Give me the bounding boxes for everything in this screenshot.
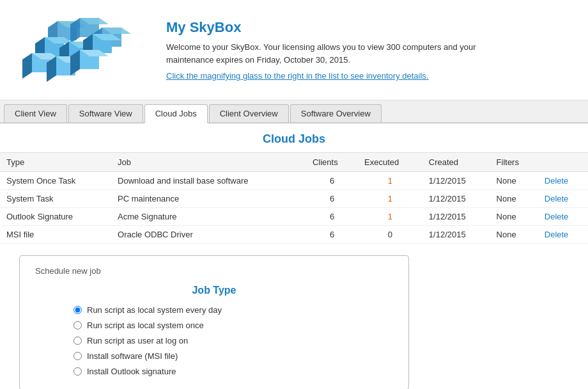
col-clients: Clients bbox=[306, 153, 358, 172]
logo-image bbox=[19, 12, 147, 88]
cell-filters: None bbox=[490, 208, 538, 226]
radio-option[interactable]: Run script as local system every day bbox=[74, 305, 393, 315]
radio-input[interactable] bbox=[74, 337, 82, 345]
radio-input[interactable] bbox=[74, 306, 82, 314]
radio-input[interactable] bbox=[74, 321, 82, 329]
cell-executed: 1 bbox=[358, 172, 422, 190]
page-title: Cloud Jobs bbox=[0, 123, 588, 152]
col-actions bbox=[538, 153, 588, 172]
header: My SkyBox Welcome to your SkyBox. Your l… bbox=[0, 0, 588, 100]
tab-client-view[interactable]: Client View bbox=[4, 104, 67, 122]
job-type-title: Job Type bbox=[35, 285, 393, 296]
cell-clients: 6 bbox=[306, 208, 358, 226]
cell-type: System Once Task bbox=[0, 172, 111, 190]
delete-button[interactable]: Delete bbox=[545, 230, 569, 239]
tab-client-overview[interactable]: Client Overview bbox=[209, 104, 289, 122]
col-executed: Executed bbox=[358, 153, 422, 172]
tabs-bar: Client View Software View Cloud Jobs Cli… bbox=[0, 100, 588, 123]
table-row: System Task PC maintenance 6 1 1/12/2015… bbox=[0, 190, 588, 208]
cell-job: Oracle ODBC Driver bbox=[111, 226, 306, 244]
cell-filters: None bbox=[490, 190, 538, 208]
cell-type: System Task bbox=[0, 190, 111, 208]
tab-software-view[interactable]: Software View bbox=[68, 104, 143, 122]
cell-delete[interactable]: Delete bbox=[538, 172, 588, 190]
cell-type: Outlook Signature bbox=[0, 208, 111, 226]
cell-clients: 6 bbox=[306, 172, 358, 190]
radio-option[interactable]: Install software (MSI file) bbox=[74, 351, 393, 361]
tab-software-overview[interactable]: Software Overview bbox=[290, 104, 382, 122]
cell-clients: 6 bbox=[306, 190, 358, 208]
cell-executed: 1 bbox=[358, 190, 422, 208]
svg-marker-19 bbox=[22, 53, 32, 79]
radio-label: Run script as local system once bbox=[87, 321, 204, 330]
tab-cloud-jobs[interactable]: Cloud Jobs bbox=[144, 104, 208, 123]
cell-clients: 6 bbox=[306, 226, 358, 244]
cell-job: Acme Signature bbox=[111, 208, 306, 226]
radio-label: Run script as user at log on bbox=[87, 336, 188, 345]
delete-button[interactable]: Delete bbox=[545, 176, 569, 186]
col-filters: Filters bbox=[490, 153, 538, 172]
col-created: Created bbox=[422, 153, 490, 172]
cell-job: Download and install base software bbox=[111, 172, 306, 190]
header-description: Welcome to your SkyBox. Your licensing a… bbox=[166, 41, 486, 66]
col-job: Job bbox=[111, 153, 306, 172]
cell-created: 1/12/2015 bbox=[422, 172, 490, 190]
radio-label: Install software (MSI file) bbox=[87, 351, 178, 361]
header-text-block: My SkyBox Welcome to your SkyBox. Your l… bbox=[147, 19, 486, 81]
delete-button[interactable]: Delete bbox=[545, 194, 569, 203]
radio-label: Install Outlook signature bbox=[87, 367, 176, 376]
radio-option[interactable]: Run script as user at log on bbox=[74, 336, 393, 345]
cell-type: MSI file bbox=[0, 226, 111, 244]
schedule-panel-title: Schedule new job bbox=[35, 266, 393, 276]
cell-filters: None bbox=[490, 172, 538, 190]
radio-input[interactable] bbox=[74, 352, 82, 360]
cell-filters: None bbox=[490, 226, 538, 244]
radio-label: Run script as local system every day bbox=[87, 305, 222, 315]
cell-job: PC maintenance bbox=[111, 190, 306, 208]
table-row: Outlook Signature Acme Signature 6 1 1/1… bbox=[0, 208, 588, 226]
main-content: Cloud Jobs Type Job Clients Executed Cre… bbox=[0, 123, 588, 389]
job-type-options: Run script as local system every dayRun … bbox=[35, 305, 393, 376]
radio-input[interactable] bbox=[74, 367, 82, 376]
cell-executed: 1 bbox=[358, 208, 422, 226]
radio-option[interactable]: Install Outlook signature bbox=[74, 367, 393, 376]
table-row: MSI file Oracle ODBC Driver 6 0 1/12/201… bbox=[0, 226, 588, 244]
cell-created: 1/12/2015 bbox=[422, 226, 490, 244]
cell-delete[interactable]: Delete bbox=[538, 208, 588, 226]
cell-delete[interactable]: Delete bbox=[538, 226, 588, 244]
cloud-jobs-table: Type Job Clients Executed Created Filter… bbox=[0, 152, 588, 244]
delete-button[interactable]: Delete bbox=[545, 212, 569, 221]
cell-delete[interactable]: Delete bbox=[538, 190, 588, 208]
header-link[interactable]: Click the magnifying glass to the right … bbox=[166, 71, 486, 81]
schedule-panel: Schedule new job Job Type Run script as … bbox=[19, 255, 409, 389]
radio-option[interactable]: Run script as local system once bbox=[74, 321, 393, 330]
cell-created: 1/12/2015 bbox=[422, 208, 490, 226]
cell-executed: 0 bbox=[358, 226, 422, 244]
table-row: System Once Task Download and install ba… bbox=[0, 172, 588, 190]
cell-created: 1/12/2015 bbox=[422, 190, 490, 208]
col-type: Type bbox=[0, 153, 111, 172]
app-title: My SkyBox bbox=[166, 19, 486, 36]
